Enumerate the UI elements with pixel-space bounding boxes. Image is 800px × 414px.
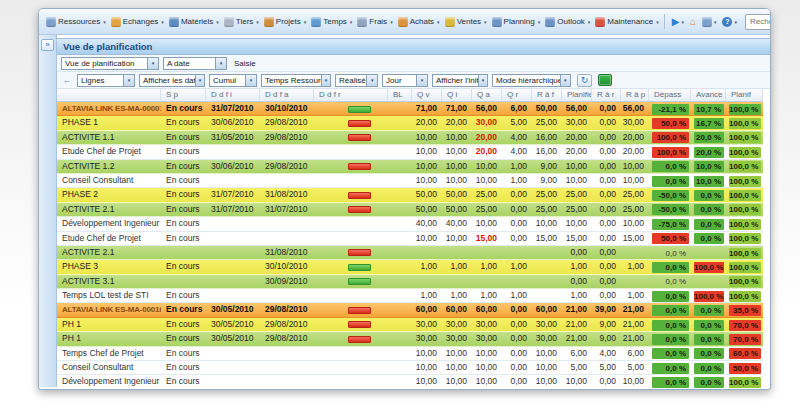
col-header-bl[interactable]: BL xyxy=(388,89,412,101)
filter-temps-ressources-select[interactable]: Temps Ressources▾ xyxy=(261,74,331,87)
table-row[interactable]: ALTAVIA LINK ES-MA-00016En cours30/05/20… xyxy=(57,303,763,317)
menu-ressources[interactable]: Ressources▾ xyxy=(44,16,108,28)
table-row[interactable]: PH 1En cours30/05/201029/08/201030,0030,… xyxy=(57,332,763,346)
col-header-name[interactable] xyxy=(57,89,161,101)
action-user[interactable]: ▾ xyxy=(700,16,719,28)
col-header-rap[interactable]: R â p xyxy=(621,89,649,101)
qv-cell xyxy=(412,246,442,259)
col-header-qi[interactable]: Q i xyxy=(442,89,472,101)
table-row[interactable]: Etude Chef de ProjetEn cours10,0010,0020… xyxy=(57,145,763,159)
search-input[interactable] xyxy=(745,14,771,30)
table-row[interactable]: PHASE 2En cours31/07/201031/08/201050,00… xyxy=(57,188,763,202)
table-row[interactable]: ACTIVITE 1.1En cours31/05/201029/08/2010… xyxy=(57,131,763,145)
col-header-ddfi[interactable]: D d f i xyxy=(206,89,260,101)
table-row[interactable]: Développement IngenieurEn cours10,0010,0… xyxy=(57,375,763,389)
pl-cell: 60,0 % xyxy=(726,347,763,360)
qr-cell xyxy=(502,246,532,259)
menu-frais[interactable]: Frais▾ xyxy=(355,16,394,28)
col-header-raf[interactable]: R â f xyxy=(532,89,562,101)
menu-echanges[interactable]: Echanges▾ xyxy=(109,16,166,28)
qa-cell: 30,00 xyxy=(472,332,502,345)
export-excel-icon[interactable] xyxy=(598,74,612,86)
filter-date-mode-select[interactable]: A date▾ xyxy=(163,57,227,70)
avance-badge: 0,0 % xyxy=(694,305,724,316)
table-row[interactable]: ACTIVITE 1.2En cours30/06/201029/08/2010… xyxy=(57,160,763,174)
qa-cell xyxy=(472,246,502,259)
action-run[interactable]: ▶▾ xyxy=(670,16,686,28)
progress-cell xyxy=(314,232,388,245)
progress-bar-green xyxy=(348,106,371,113)
filter-realise-select[interactable]: Réalisé▾ xyxy=(335,74,378,87)
raf-cell: 9,00 xyxy=(532,174,562,187)
progress-cell xyxy=(314,145,388,158)
col-header-ddfr[interactable]: D d f r xyxy=(314,89,388,101)
action-help[interactable]: ?▾ xyxy=(720,16,739,28)
filter-afficher-initial-select[interactable]: Afficher l'initial▾ xyxy=(432,74,488,87)
help-icon: ? xyxy=(722,17,732,27)
table-row[interactable]: PHASE 3En cours30/10/20101,001,001,001,0… xyxy=(57,260,763,274)
table-row[interactable]: Etude Chef de ProjetEn cours10,0010,0015… xyxy=(57,232,763,246)
col-header-av[interactable]: Avance xyxy=(691,89,726,101)
date-end-cell xyxy=(260,174,314,187)
filter-lignes-select[interactable]: Lignes▾ xyxy=(77,74,135,87)
filter-cumul-select[interactable]: Cumul▾ xyxy=(209,74,257,87)
filter-mode-hierarchique-select[interactable]: Mode hiérarchique▾ xyxy=(492,74,571,87)
col-header-plan[interactable]: Planifié xyxy=(562,89,592,101)
table-row[interactable]: PH 1En cours30/05/201029/08/201030,0030,… xyxy=(57,318,763,332)
menu-ventes[interactable]: Ventes▾ xyxy=(443,16,489,28)
depass-badge: -50,0 % xyxy=(652,204,689,215)
col-header-rar[interactable]: R â r xyxy=(592,89,621,101)
menu-outlook[interactable]: Outlook▾ xyxy=(543,16,592,28)
raf-cell: 10,00 xyxy=(532,217,562,230)
back-arrow-icon[interactable]: ← xyxy=(61,74,73,86)
col-header-qr[interactable]: Q r xyxy=(502,89,532,101)
planif-badge: 100,0 % xyxy=(729,248,761,259)
table-row[interactable]: Conseil ConsultantEn cours10,0010,0010,0… xyxy=(57,361,763,375)
date-start-cell xyxy=(206,217,260,230)
pl-cell: 70,0 % xyxy=(726,318,763,331)
table-row[interactable]: ALTAVIA LINK ES-MA-00007En cours31/07/20… xyxy=(57,102,763,116)
chevron-down-icon: ▾ xyxy=(538,19,541,25)
refresh-button[interactable]: ↻ xyxy=(577,74,592,87)
status-cell: En cours xyxy=(161,160,206,173)
col-header-dep[interactable]: Dépass xyxy=(649,89,691,101)
table-row[interactable]: ACTIVITE 3.130/09/20100,000,000,0 %100,0… xyxy=(57,275,763,289)
table-row[interactable]: Conseil ConsultantEn cours10,0010,0010,0… xyxy=(57,174,763,188)
status-cell: En cours xyxy=(161,174,206,187)
table-row[interactable]: Temps Chef de ProjetEn cours10,0010,0010… xyxy=(57,347,763,361)
table-row[interactable]: Temps LOL test de STIEn cours1,001,001,0… xyxy=(57,289,763,303)
menu-temps[interactable]: Temps▾ xyxy=(309,16,354,28)
av-cell: 0,0 % xyxy=(691,188,726,201)
rap-cell: 10,00 xyxy=(621,174,649,187)
table-row[interactable]: ACTIVITE 2.131/08/20100,000,000,0 %100,0… xyxy=(57,246,763,260)
filter-view-select[interactable]: Vue de planification▾ xyxy=(61,57,159,70)
table-row[interactable]: Développement IngenieurEn cours40,0040,0… xyxy=(57,217,763,231)
col-header-qa[interactable]: Q a xyxy=(472,89,502,101)
depass-badge: 50,0 % xyxy=(652,118,689,129)
status-cell xyxy=(161,246,206,259)
qr-cell: 1,00 xyxy=(502,174,532,187)
menu-materiels[interactable]: Matériels▾ xyxy=(167,16,221,28)
av-cell: 0,0 % xyxy=(691,203,726,216)
chevron-down-icon: ▾ xyxy=(416,75,427,86)
menu-projets[interactable]: Projets▾ xyxy=(262,16,308,28)
menu-tiers[interactable]: Tiers▾ xyxy=(222,16,261,28)
col-header-ddfa[interactable]: D d f a xyxy=(260,89,314,101)
action-home[interactable]: ⌂ xyxy=(688,16,698,28)
date-start-cell xyxy=(206,361,260,374)
filter-jour-select[interactable]: Jour▾ xyxy=(382,74,428,87)
plan-cell: 1,00 xyxy=(562,260,592,273)
menu-maintenance[interactable]: Maintenance▾ xyxy=(593,16,660,28)
menu-planning[interactable]: Planning▾ xyxy=(490,16,543,28)
menu-achats[interactable]: Achats▾ xyxy=(396,16,442,28)
col-header-pl[interactable]: Planif xyxy=(726,89,763,101)
table-row[interactable]: PHASE 1En cours30/06/201029/08/201020,00… xyxy=(57,116,763,130)
plan-cell: 6,00 xyxy=(562,347,592,360)
filter-afficher-dates-select[interactable]: Afficher les dates▾ xyxy=(139,74,205,87)
col-header-qv[interactable]: Q v xyxy=(412,89,442,101)
expand-panel-button[interactable]: » xyxy=(41,39,54,51)
col-header-sp[interactable]: S p xyxy=(161,89,206,101)
table-row[interactable]: ACTIVITE 2.1En cours31/07/201031/07/2010… xyxy=(57,203,763,217)
pl-cell: 100,0 % xyxy=(726,232,763,245)
row-name: PHASE 3 xyxy=(57,260,161,273)
